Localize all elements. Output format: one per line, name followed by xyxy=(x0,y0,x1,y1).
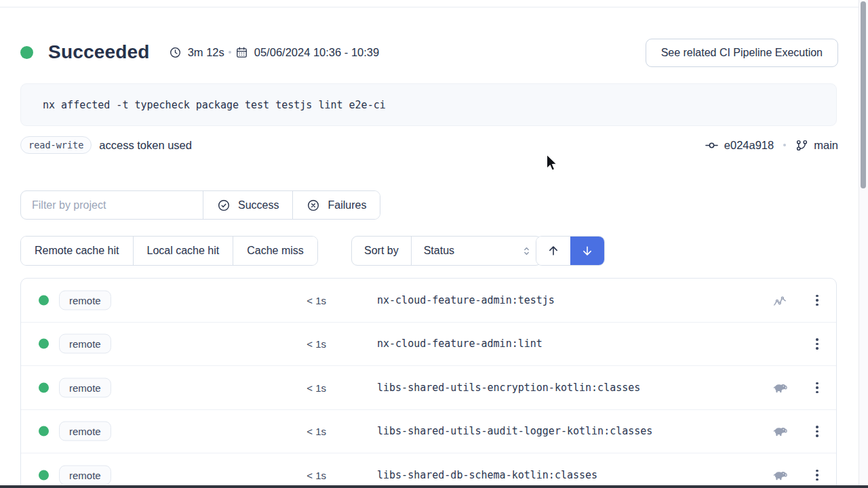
scrollbar-thumb[interactable] xyxy=(861,1,866,188)
run-date-text: 05/06/2024 10:36 - 10:39 xyxy=(254,46,379,59)
commit-icon xyxy=(705,138,719,152)
run-status-header: Succeeded 3m 12s 05/06/2024 10:36 - 10:3… xyxy=(20,37,379,67)
check-circle-icon xyxy=(217,199,231,212)
sort-descending-button[interactable] xyxy=(570,237,604,265)
failures-filter-toggle[interactable]: Failures xyxy=(292,191,380,219)
task-name[interactable]: nx-cloud-feature-admin:lint xyxy=(377,338,542,350)
task-status-dot xyxy=(39,426,49,436)
access-token-info: read-write access token used xyxy=(20,136,192,154)
task-name[interactable]: libs-shared-utils-encryption-kotlin:clas… xyxy=(377,382,640,394)
cache-source-badge: remote xyxy=(59,290,111,310)
run-status-title: Succeeded xyxy=(48,41,150,63)
sort-direction-group xyxy=(536,236,605,266)
nx-cloud-run-page: Succeeded 3m 12s 05/06/2024 10:36 - 10:3… xyxy=(0,0,868,488)
cache-source-badge: remote xyxy=(59,378,111,397)
filter-by-project-input[interactable] xyxy=(21,191,203,219)
mouse-cursor xyxy=(542,153,557,174)
cache-miss-tab[interactable]: Cache miss xyxy=(233,237,317,265)
sort-by-label: Sort by xyxy=(352,237,411,265)
no-icon xyxy=(772,336,787,351)
header-divider xyxy=(0,7,859,7)
task-status-dot xyxy=(39,470,49,480)
calendar-icon xyxy=(235,46,248,59)
sort-field-value: Status xyxy=(424,245,454,257)
chevron-up-down-icon xyxy=(521,245,532,257)
sort-group: Sort by Status xyxy=(351,236,542,266)
task-status-dot xyxy=(39,339,49,349)
sort-ascending-button[interactable] xyxy=(536,237,570,265)
task-status-dot xyxy=(39,382,49,392)
cache-source-badge: remote xyxy=(59,465,111,485)
run-date: 05/06/2024 10:36 - 10:39 xyxy=(235,46,379,59)
run-command-box: nx affected -t typecheck package test te… xyxy=(20,83,837,126)
local-cache-hit-tab[interactable]: Local cache hit xyxy=(133,237,233,265)
task-name[interactable]: libs-shared-utils-audit-logger-kotlin:cl… xyxy=(377,425,652,437)
gradle-elephant-icon xyxy=(772,380,787,395)
gradle-elephant-icon xyxy=(772,424,787,439)
x-circle-icon xyxy=(307,199,320,212)
vcs-info: e024a918 main xyxy=(705,138,838,152)
task-row[interactable]: remote < 1s libs-shared-utils-encryption… xyxy=(21,365,836,409)
task-duration: < 1s xyxy=(136,382,326,393)
success-filter-label: Success xyxy=(238,199,279,211)
failures-filter-label: Failures xyxy=(328,199,366,211)
kebab-menu-icon[interactable] xyxy=(810,466,825,484)
gradle-elephant-icon xyxy=(772,468,787,483)
kebab-menu-icon[interactable] xyxy=(810,422,825,440)
kebab-menu-icon[interactable] xyxy=(810,335,825,352)
run-duration-text: 3m 12s xyxy=(188,46,224,59)
arrow-up-icon xyxy=(547,244,560,258)
page-scrollbar[interactable] xyxy=(859,0,868,488)
flaky-chart-icon xyxy=(772,293,787,308)
task-status-dot xyxy=(39,295,49,305)
run-duration: 3m 12s xyxy=(169,46,224,59)
see-related-ci-pipeline-button[interactable]: See related CI Pipeline Execution xyxy=(646,39,838,67)
kebab-menu-icon[interactable] xyxy=(810,291,825,309)
git-branch-icon xyxy=(795,139,808,152)
project-filter-group: Success Failures xyxy=(20,190,380,220)
task-duration: < 1s xyxy=(136,338,326,350)
task-duration: < 1s xyxy=(136,294,326,306)
cache-filter-group: Remote cache hit Local cache hit Cache m… xyxy=(20,236,318,266)
status-success-dot xyxy=(20,46,33,59)
branch-name[interactable]: main xyxy=(814,139,838,152)
token-usage-text: access token used xyxy=(99,139,192,152)
cache-source-badge: remote xyxy=(59,334,111,354)
task-name[interactable]: libs-shared-db-schema-kotlin:classes xyxy=(377,469,597,481)
success-filter-toggle[interactable]: Success xyxy=(203,191,292,219)
arrow-down-icon xyxy=(580,244,594,258)
separator-dot xyxy=(229,51,231,54)
commit-hash[interactable]: e024a918 xyxy=(724,139,774,152)
kebab-menu-icon[interactable] xyxy=(810,379,825,396)
sort-field-select[interactable]: Status xyxy=(411,237,541,265)
viewport-bottom-edge xyxy=(0,485,868,488)
task-row[interactable]: remote < 1s libs-shared-db-schema-kotlin… xyxy=(21,453,836,488)
token-scope-badge: read-write xyxy=(20,136,92,154)
cache-source-badge: remote xyxy=(59,422,111,441)
task-name[interactable]: nx-cloud-feature-admin:testjs xyxy=(377,294,555,306)
task-duration: < 1s xyxy=(136,426,326,437)
task-row[interactable]: remote < 1s nx-cloud-feature-admin:testj… xyxy=(21,279,836,322)
task-row[interactable]: remote < 1s nx-cloud-feature-admin:lint xyxy=(21,322,836,366)
task-list: remote < 1s nx-cloud-feature-admin:testj… xyxy=(20,278,837,488)
run-command-text: nx affected -t typecheck package test te… xyxy=(43,99,386,111)
clock-icon xyxy=(169,46,182,59)
separator-dot xyxy=(783,144,786,146)
token-vcs-row: read-write access token used e024a918 ma… xyxy=(20,134,838,156)
remote-cache-hit-tab[interactable]: Remote cache hit xyxy=(21,237,133,265)
task-duration: < 1s xyxy=(136,469,326,481)
task-row[interactable]: remote < 1s libs-shared-utils-audit-logg… xyxy=(21,409,836,453)
